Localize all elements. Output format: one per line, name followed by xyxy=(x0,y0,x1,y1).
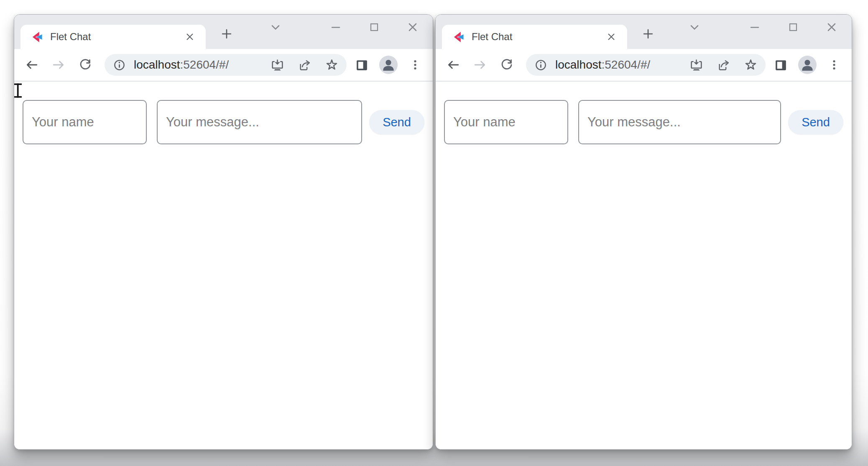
forward-icon xyxy=(473,58,487,72)
share-button[interactable] xyxy=(296,56,313,73)
tab-strip: Flet Chat xyxy=(436,15,852,49)
flet-chat-page: Send xyxy=(436,82,852,449)
tab-close-icon xyxy=(606,31,617,42)
back-icon xyxy=(25,58,39,72)
share-button[interactable] xyxy=(715,56,732,73)
forward-icon xyxy=(51,58,66,72)
address-bar[interactable]: localhost:52604/#/ xyxy=(105,54,347,76)
side-panel-icon xyxy=(774,58,788,72)
text-cursor-icon xyxy=(14,83,23,99)
back-button[interactable] xyxy=(444,56,462,74)
profile-button[interactable] xyxy=(379,56,398,74)
flet-favicon-icon xyxy=(31,31,43,43)
message-input[interactable] xyxy=(578,100,781,144)
minimize-button[interactable] xyxy=(746,19,763,36)
minimize-icon xyxy=(329,20,342,34)
profile-avatar-icon xyxy=(379,56,398,74)
browser-window-left: Flet Chat xyxy=(14,14,433,450)
browser-menu-button[interactable] xyxy=(406,56,424,74)
side-panel-button[interactable] xyxy=(352,56,371,74)
minimize-button[interactable] xyxy=(327,19,344,36)
bookmark-star-button[interactable] xyxy=(742,56,759,73)
tab-close-icon xyxy=(184,31,195,42)
flet-chat-page: Send xyxy=(14,82,433,449)
back-button[interactable] xyxy=(23,56,41,74)
forward-button[interactable] xyxy=(471,56,489,74)
install-app-button[interactable] xyxy=(688,56,705,73)
site-info-icon xyxy=(112,58,126,72)
url-text: localhost:52604/#/ xyxy=(134,58,229,72)
install-app-icon xyxy=(689,58,703,72)
chat-form-row: Send xyxy=(436,82,852,144)
browser-menu-button[interactable] xyxy=(825,56,843,74)
minimize-icon xyxy=(748,20,761,34)
new-tab-icon xyxy=(642,28,654,40)
tab-close-button[interactable] xyxy=(604,29,619,44)
send-button[interactable]: Send xyxy=(788,110,843,134)
tab-close-button[interactable] xyxy=(182,29,197,44)
name-input[interactable] xyxy=(23,100,147,144)
tab-title: Flet Chat xyxy=(472,31,596,43)
window-close-button[interactable] xyxy=(823,19,840,36)
chat-form-row: Send xyxy=(14,82,433,144)
bookmark-star-button[interactable] xyxy=(323,56,340,73)
back-icon xyxy=(446,58,460,72)
bookmark-star-icon xyxy=(743,58,758,72)
tab-title: Flet Chat xyxy=(50,31,175,43)
tab-search-chevron-icon xyxy=(688,20,701,34)
tab-flet-chat[interactable]: Flet Chat xyxy=(20,25,206,49)
reload-icon xyxy=(79,58,92,72)
share-icon xyxy=(298,58,311,72)
url-path: :52604/#/ xyxy=(602,58,651,71)
window-close-button[interactable] xyxy=(404,19,421,36)
site-info-button[interactable] xyxy=(533,57,549,73)
url-host: localhost xyxy=(134,58,180,71)
url-host: localhost xyxy=(555,58,602,71)
side-panel-button[interactable] xyxy=(771,56,790,74)
tab-strip: Flet Chat xyxy=(14,15,433,49)
maximize-icon xyxy=(786,20,800,34)
window-close-icon xyxy=(825,20,838,34)
flet-favicon-icon xyxy=(453,31,464,43)
window-close-icon xyxy=(406,20,419,34)
desktop-background: Flet Chat xyxy=(0,0,868,466)
maximize-button[interactable] xyxy=(785,19,802,36)
site-info-icon xyxy=(534,58,548,72)
menu-kebab-icon xyxy=(827,58,841,72)
side-panel-icon xyxy=(355,58,369,72)
bookmark-star-icon xyxy=(324,58,339,72)
url-path: :52604/#/ xyxy=(180,58,229,71)
browser-toolbar: localhost:52604/#/ xyxy=(14,49,433,81)
tab-search-button[interactable] xyxy=(686,19,703,36)
browser-window-right: Flet Chat xyxy=(435,14,852,450)
maximize-icon xyxy=(368,20,381,34)
name-input[interactable] xyxy=(444,100,568,144)
browser-toolbar: localhost:52604/#/ xyxy=(436,49,852,81)
profile-button[interactable] xyxy=(798,56,817,74)
share-icon xyxy=(717,58,730,72)
address-bar[interactable]: localhost:52604/#/ xyxy=(526,54,766,76)
forward-button[interactable] xyxy=(49,56,68,74)
maximize-button[interactable] xyxy=(366,19,383,36)
install-app-icon xyxy=(271,58,284,72)
tab-search-chevron-icon xyxy=(269,20,282,34)
menu-kebab-icon xyxy=(408,58,422,72)
reload-icon xyxy=(500,58,513,72)
install-app-button[interactable] xyxy=(269,56,286,73)
message-input[interactable] xyxy=(157,100,362,144)
new-tab-button[interactable] xyxy=(218,26,235,42)
new-tab-button[interactable] xyxy=(640,26,656,42)
tab-search-button[interactable] xyxy=(267,19,284,36)
url-text: localhost:52604/#/ xyxy=(555,58,650,72)
reload-button[interactable] xyxy=(76,56,94,74)
site-info-button[interactable] xyxy=(111,57,127,73)
tab-flet-chat[interactable]: Flet Chat xyxy=(442,25,627,49)
send-button[interactable]: Send xyxy=(369,110,424,134)
profile-avatar-icon xyxy=(798,56,817,74)
reload-button[interactable] xyxy=(498,56,516,74)
new-tab-icon xyxy=(220,28,233,40)
